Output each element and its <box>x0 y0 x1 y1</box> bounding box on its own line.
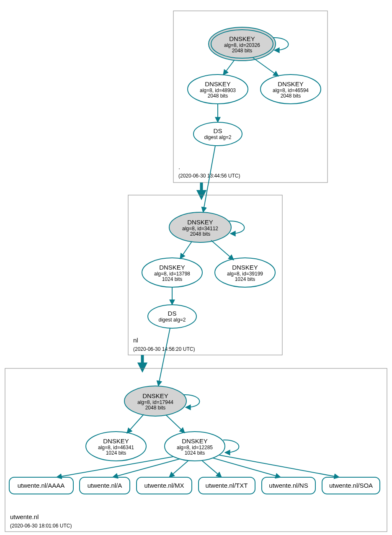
svg-text:2048 bits: 2048 bits <box>190 231 211 237</box>
svg-text:2048 bits: 2048 bits <box>232 48 253 54</box>
svg-text:utwente.nl/MX: utwente.nl/MX <box>144 482 184 489</box>
svg-text:DNSKEY: DNSKEY <box>229 35 255 42</box>
zone-utwente-time: (2020-06-30 18:01:06 UTC) <box>10 523 72 529</box>
zone-nl-label: nl <box>133 337 138 344</box>
svg-text:DNSKEY: DNSKEY <box>187 219 213 226</box>
edge-nl-ksk-zsk2 <box>211 240 234 260</box>
svg-text:alg=8, id=34112: alg=8, id=34112 <box>182 226 218 231</box>
edge-utwente-zsk2-self <box>223 440 239 453</box>
edge-root-ksk-zsk2 <box>253 58 279 76</box>
svg-text:alg=8, id=20326: alg=8, id=20326 <box>224 42 260 48</box>
utwente-dnskey-zsk2: DNSKEY alg=8, id=12285 1024 bits <box>165 432 225 461</box>
edge-utwente-ksk-zsk2 <box>166 415 185 433</box>
svg-text:digest alg=2: digest alg=2 <box>158 317 186 323</box>
record-txt: utwente.nl/TXT <box>199 477 255 494</box>
svg-text:utwente.nl/AAAA: utwente.nl/AAAA <box>18 482 65 489</box>
svg-text:DS: DS <box>214 127 222 134</box>
root-dnskey-ksk: DNSKEY alg=8, id=20326 2048 bits <box>209 27 276 61</box>
svg-text:utwente.nl/NS: utwente.nl/NS <box>269 482 308 489</box>
nl-dnskey-ksk: DNSKEY alg=8, id=34112 2048 bits <box>169 212 231 242</box>
record-aaaa: utwente.nl/AAAA <box>9 477 73 494</box>
root-dnskey-zsk1: DNSKEY alg=8, id=48903 2048 bits <box>188 75 248 104</box>
edge-root-ksk-zsk1 <box>223 60 235 75</box>
edge-zsk2-soa <box>219 455 339 477</box>
svg-text:alg=8, id=12285: alg=8, id=12285 <box>177 445 213 450</box>
edge-utwente-ksk-zsk1 <box>127 414 144 433</box>
svg-text:2048 bits: 2048 bits <box>208 93 228 99</box>
svg-text:1024 bits: 1024 bits <box>185 450 205 456</box>
svg-text:2048 bits: 2048 bits <box>145 405 166 411</box>
edge-nl-ds-to-utwente-ksk <box>158 328 170 386</box>
root-dnskey-zsk2: DNSKEY alg=8, id=46594 2048 bits <box>260 75 321 104</box>
svg-text:digest alg=2: digest alg=2 <box>204 134 231 140</box>
svg-text:DNSKEY: DNSKEY <box>103 437 129 445</box>
nl-ds: DS digest alg=2 <box>148 305 196 328</box>
svg-text:DNSKEY: DNSKEY <box>232 264 258 271</box>
zone-utwente: utwente.nl (2020-06-30 18:01:06 UTC) DNS… <box>5 328 387 532</box>
svg-text:alg=8, id=46341: alg=8, id=46341 <box>98 445 134 450</box>
edge-zsk2-ns <box>213 458 281 477</box>
svg-text:utwente.nl/TXT: utwente.nl/TXT <box>206 482 248 489</box>
svg-text:1024 bits: 1024 bits <box>106 450 126 456</box>
zone-root-label: . <box>178 163 180 170</box>
svg-text:alg=8, id=48903: alg=8, id=48903 <box>200 87 236 93</box>
svg-text:alg=8, id=46594: alg=8, id=46594 <box>273 87 309 93</box>
svg-text:1024 bits: 1024 bits <box>162 276 183 282</box>
svg-text:DNSKEY: DNSKEY <box>182 437 208 445</box>
utwente-dnskey-ksk: DNSKEY alg=8, id=17944 2048 bits <box>124 386 186 416</box>
svg-text:alg=8, id=39199: alg=8, id=39199 <box>227 271 263 277</box>
nl-dnskey-zsk1: DNSKEY alg=8, id=13798 1024 bits <box>142 258 202 287</box>
record-mx: utwente.nl/MX <box>137 477 192 494</box>
edge-zsk2-txt <box>202 460 222 477</box>
zone-utwente-label: utwente.nl <box>10 513 39 520</box>
svg-text:2048 bits: 2048 bits <box>281 93 301 99</box>
svg-text:utwente.nl/SOA: utwente.nl/SOA <box>329 482 373 489</box>
nl-dnskey-zsk2: DNSKEY alg=8, id=39199 1024 bits <box>215 258 275 287</box>
record-soa: utwente.nl/SOA <box>322 477 380 494</box>
record-a: utwente.nl/A <box>80 477 130 494</box>
zone-nl-time: (2020-06-30 14:56:20 UTC) <box>133 346 195 352</box>
zone-root: . (2020-06-30 13:44:56 UTC) DNSKEY alg=8… <box>173 11 328 183</box>
edge-nl-ksk-zsk1 <box>180 242 192 259</box>
record-ns: utwente.nl/NS <box>262 477 315 494</box>
root-ds: DS digest alg=2 <box>193 122 242 146</box>
edge-root-ds-to-nl-ksk <box>203 146 215 212</box>
svg-text:1024 bits: 1024 bits <box>235 276 255 282</box>
svg-text:DNSKEY: DNSKEY <box>142 392 168 399</box>
utwente-dnskey-zsk1: DNSKEY alg=8, id=46341 1024 bits <box>86 432 146 461</box>
svg-text:DNSKEY: DNSKEY <box>205 80 231 87</box>
svg-text:DNSKEY: DNSKEY <box>278 80 304 87</box>
svg-text:DNSKEY: DNSKEY <box>159 264 185 271</box>
svg-text:alg=8, id=17944: alg=8, id=17944 <box>137 399 173 405</box>
edge-zsk2-mx <box>169 460 188 477</box>
svg-text:DS: DS <box>168 310 177 317</box>
svg-text:alg=8, id=13798: alg=8, id=13798 <box>154 271 190 277</box>
svg-text:utwente.nl/A: utwente.nl/A <box>88 482 122 489</box>
